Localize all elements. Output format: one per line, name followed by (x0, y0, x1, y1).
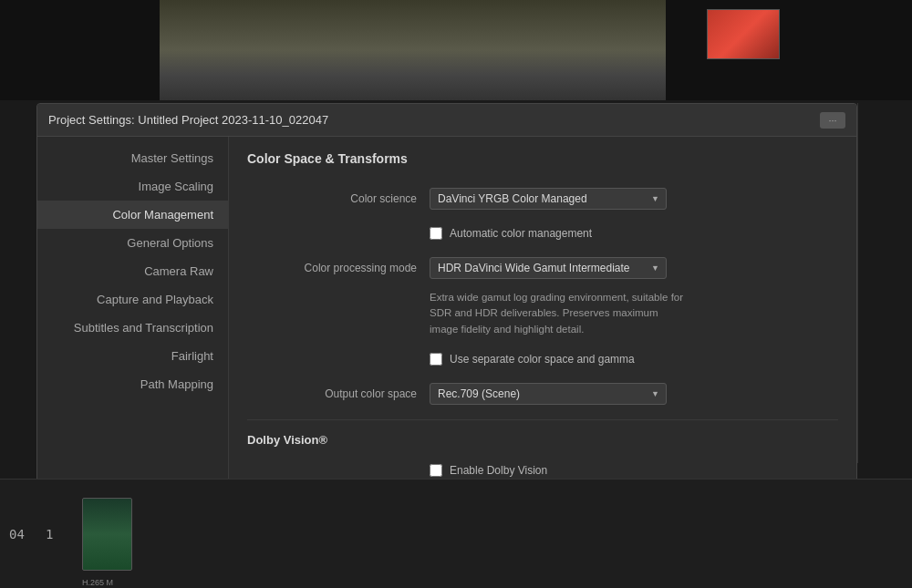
sidebar-item-color-management[interactable]: Color Management (37, 201, 228, 229)
section-title: Color Space & Transforms (247, 151, 838, 171)
dialog-menu-button[interactable]: ··· (820, 112, 845, 129)
auto-color-control: Automatic color management (430, 224, 838, 242)
dialog-titlebar: Project Settings: Untitled Project 2023-… (37, 104, 856, 137)
sidebar-item-subtitles-transcription[interactable]: Subtitles and Transcription (37, 314, 228, 342)
separate-color-label: Use separate color space and gamma (450, 353, 635, 366)
timeline-counter: 04 (9, 527, 36, 542)
dolby-vision-header: Dolby Vision® (247, 433, 838, 447)
sidebar-item-path-mapping[interactable]: Path Mapping (37, 370, 228, 398)
right-panel (857, 103, 912, 463)
description-control: Extra wide gamut log grading environment… (430, 290, 838, 337)
enable-dolby-checkbox[interactable] (430, 464, 442, 477)
auto-color-checkbox[interactable] (430, 227, 442, 240)
sidebar-item-general-options[interactable]: General Options (37, 229, 228, 257)
output-color-label: Output color space (247, 387, 430, 400)
timeline-counter2: 1 (46, 527, 73, 542)
bottom-timeline: 04 1 H.265 M 0:06:00 (0, 479, 912, 588)
video-strip (160, 0, 666, 100)
enable-dolby-checkbox-row: Enable Dolby Vision (430, 461, 838, 480)
output-color-row: Output color space Rec.709 (Scene)Rec.70… (247, 381, 838, 407)
output-color-select[interactable]: Rec.709 (Scene)Rec.709-A (Scene)sRGB (430, 383, 667, 405)
sidebar-item-image-scaling[interactable]: Image Scaling (37, 172, 228, 201)
auto-color-checkbox-row: Automatic color management (430, 224, 838, 242)
processing-description: Extra wide gamut log grading environment… (430, 290, 685, 337)
dialog-controls: ··· (820, 112, 845, 129)
output-color-select-wrapper[interactable]: Rec.709 (Scene)Rec.709-A (Scene)sRGB (430, 383, 667, 405)
sidebar-item-camera-raw[interactable]: Camera Raw (37, 257, 228, 285)
output-color-control: Rec.709 (Scene)Rec.709-A (Scene)sRGB (430, 383, 838, 405)
color-processing-select-wrapper[interactable]: HDR DaVinci Wide Gamut IntermediateDaVin… (430, 257, 667, 279)
clip-thumbnail[interactable] (82, 498, 132, 571)
separate-color-checkbox-row: Use separate color space and gamma (430, 350, 838, 368)
separate-color-checkbox[interactable] (430, 353, 442, 366)
color-science-label: Color science (247, 192, 430, 205)
color-processing-control: HDR DaVinci Wide Gamut IntermediateDaVin… (430, 257, 838, 279)
separate-color-control: Use separate color space and gamma (430, 350, 838, 368)
separate-color-row: Use separate color space and gamma (247, 346, 838, 372)
color-processing-label: Color processing mode (247, 262, 430, 274)
enable-dolby-label: Enable Dolby Vision (450, 464, 547, 477)
sidebar-item-fairlight[interactable]: Fairlight (37, 342, 228, 370)
enable-dolby-control: Enable Dolby Vision (430, 461, 838, 480)
section-divider-1 (247, 419, 838, 420)
sidebar-item-capture-playback[interactable]: Capture and Playback (37, 285, 228, 314)
color-processing-select[interactable]: HDR DaVinci Wide Gamut IntermediateDaVin… (430, 257, 667, 279)
color-science-control: DaVinci YRGB Color ManagedDaVinci YRGBDa… (430, 188, 838, 210)
video-thumbnail (707, 9, 780, 59)
auto-color-row: Automatic color management (247, 221, 838, 246)
color-science-select[interactable]: DaVinci YRGB Color ManagedDaVinci YRGBDa… (430, 188, 667, 210)
description-row: Extra wide gamut log grading environment… (247, 290, 838, 337)
thumb-container: H.265 M 0:06:00 (82, 498, 132, 571)
clip-file-label: H.265 M (82, 578, 113, 587)
color-science-row: Color science DaVinci YRGB Color Managed… (247, 186, 838, 211)
top-video-area (0, 0, 912, 100)
dialog-title: Project Settings: Untitled Project 2023-… (48, 113, 328, 127)
auto-color-label: Automatic color management (450, 227, 592, 240)
sidebar-item-master-settings[interactable]: Master Settings (37, 144, 228, 172)
color-science-select-wrapper[interactable]: DaVinci YRGB Color ManagedDaVinci YRGBDa… (430, 188, 667, 210)
color-processing-row: Color processing mode HDR DaVinci Wide G… (247, 255, 838, 281)
